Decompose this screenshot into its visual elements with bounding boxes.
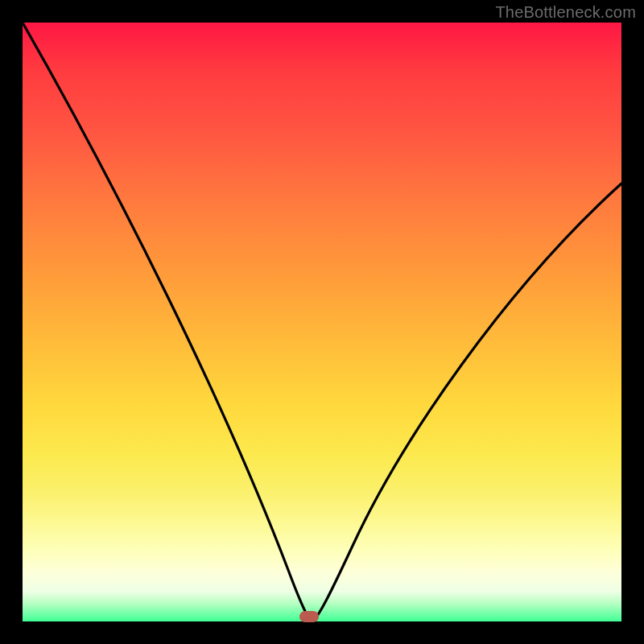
minimum-marker (299, 611, 319, 622)
curve-path (23, 23, 621, 621)
watermark-text: TheBottleneck.com (495, 3, 636, 22)
plot-area (23, 23, 621, 621)
chart-frame: TheBottleneck.com (0, 0, 644, 644)
bottleneck-curve (23, 23, 621, 621)
